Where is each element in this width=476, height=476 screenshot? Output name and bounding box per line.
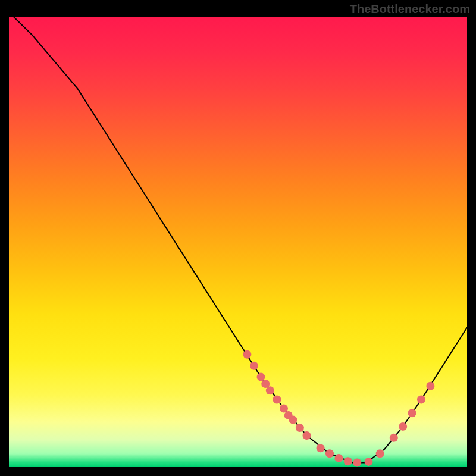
bottleneck-curve (14, 17, 467, 462)
data-marker (296, 424, 304, 432)
data-marker (266, 386, 274, 394)
data-marker (417, 396, 425, 404)
data-markers (243, 350, 434, 467)
data-marker (365, 458, 373, 466)
data-marker (317, 444, 325, 452)
attribution-label: TheBottlenecker.com (350, 2, 470, 16)
data-marker (325, 449, 334, 458)
chart-overlay (9, 17, 467, 467)
data-marker (344, 457, 352, 465)
data-marker (273, 396, 281, 404)
data-marker (399, 422, 407, 431)
chart-plot-area (9, 17, 467, 467)
data-marker (303, 431, 311, 440)
data-marker (289, 416, 297, 424)
data-marker (408, 409, 416, 417)
data-marker (243, 350, 251, 359)
data-marker (390, 434, 398, 442)
data-marker (376, 449, 384, 458)
data-marker (257, 373, 265, 381)
data-marker (334, 454, 343, 462)
data-marker (250, 362, 258, 370)
data-marker (353, 458, 361, 466)
data-marker (426, 382, 434, 390)
